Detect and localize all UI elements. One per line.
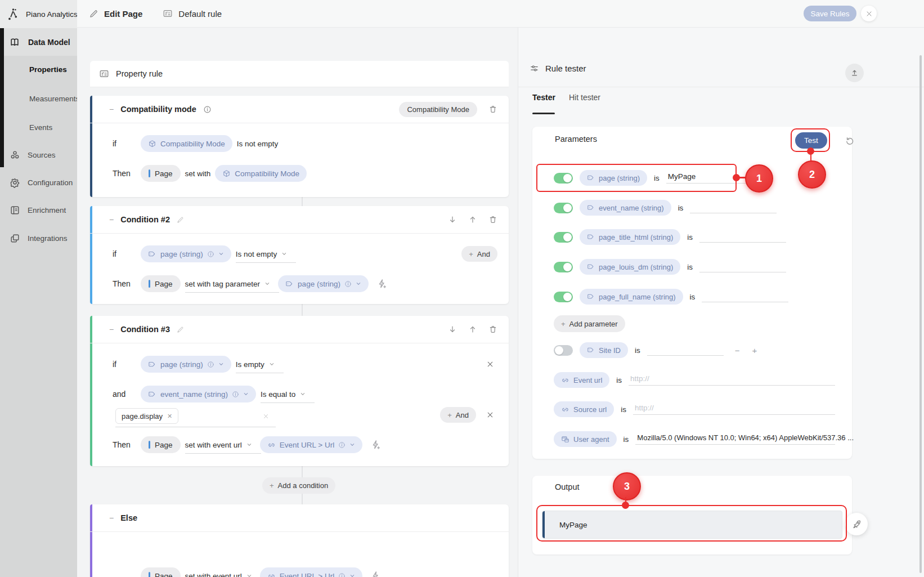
chevron-down-icon[interactable]: [349, 442, 355, 448]
add-and-button[interactable]: +And: [440, 407, 476, 423]
page-pill[interactable]: Page: [141, 275, 181, 292]
parameter-value-input[interactable]: MyPage: [666, 172, 753, 184]
info-icon[interactable]: [232, 391, 239, 398]
publish-button[interactable]: [845, 513, 868, 535]
chip-remove-icon[interactable]: ✕: [167, 413, 172, 420]
page-pill[interactable]: Page: [141, 165, 181, 182]
property-pill[interactable]: page (string): [141, 245, 231, 262]
operator-dropdown[interactable]: Is not empty: [236, 250, 291, 258]
collapse-icon[interactable]: −: [109, 513, 114, 522]
add-condition-button[interactable]: +Add a condition: [262, 477, 335, 494]
bolt-plus-icon[interactable]: [370, 570, 382, 577]
site-id-pill[interactable]: Site ID: [580, 342, 628, 358]
source-url-pill[interactable]: Source url: [554, 401, 614, 417]
property-pill[interactable]: Event URL > Url: [260, 436, 362, 453]
verb-dropdown[interactable]: set with tag parameter: [185, 280, 274, 288]
property-pill[interactable]: page_title_html (string): [580, 229, 680, 245]
clear-input-icon[interactable]: [263, 413, 269, 419]
event-url-input[interactable]: http://: [629, 374, 835, 386]
sidebar-item-integrations[interactable]: Integrations: [0, 229, 77, 248]
chip-input-underline[interactable]: [115, 427, 276, 427]
chevron-down-icon[interactable]: [349, 573, 355, 577]
save-rules-button[interactable]: Save Rules: [804, 6, 856, 21]
parameter-value-input[interactable]: [690, 202, 777, 213]
add-and-button[interactable]: +And: [461, 246, 497, 262]
info-icon[interactable]: [203, 105, 212, 114]
sidebar-item-data-model[interactable]: Data Model: [0, 28, 77, 56]
reset-icon[interactable]: [845, 136, 855, 146]
verb-dropdown[interactable]: set with event url: [185, 441, 255, 449]
site-id-input[interactable]: [647, 345, 724, 356]
toggle-on[interactable]: [554, 262, 573, 272]
arrow-up-icon[interactable]: [468, 215, 477, 224]
sidebar-item-enrichment[interactable]: Enrichment: [0, 200, 77, 220]
sidebar-item-sources[interactable]: Sources: [0, 145, 77, 164]
add-parameter-button[interactable]: +Add parameter: [554, 315, 625, 332]
tab-tester[interactable]: Tester: [532, 93, 555, 102]
toggle-on[interactable]: [554, 203, 573, 213]
export-button[interactable]: [845, 64, 864, 82]
bolt-plus-icon[interactable]: [370, 439, 382, 450]
close-button[interactable]: [861, 6, 877, 21]
trash-icon[interactable]: [488, 215, 497, 224]
toggle-on[interactable]: [554, 173, 573, 184]
page-pill[interactable]: Page: [141, 436, 181, 453]
property-pill[interactable]: Compatibility Mode: [215, 165, 307, 182]
page-pill[interactable]: Page: [141, 567, 181, 577]
arrow-up-icon[interactable]: [468, 325, 477, 334]
info-icon[interactable]: [207, 361, 214, 368]
test-button[interactable]: Test: [795, 132, 827, 149]
property-pill[interactable]: page (string): [278, 275, 369, 292]
property-pill[interactable]: event_name (string): [580, 200, 671, 216]
toggle-on[interactable]: [554, 292, 573, 302]
chevron-down-icon[interactable]: [356, 281, 361, 287]
chevron-down-icon[interactable]: [218, 251, 224, 257]
sidebar-item-properties[interactable]: Properties: [0, 60, 77, 79]
value-chip[interactable]: page.display ✕: [115, 408, 178, 424]
info-icon[interactable]: [338, 441, 346, 449]
increment-icon[interactable]: +: [752, 346, 757, 355]
chevron-down-icon[interactable]: [243, 391, 249, 397]
remove-condition-icon[interactable]: [486, 411, 494, 419]
property-pill[interactable]: event_name (string): [141, 386, 256, 402]
sidebar-item-configuration[interactable]: Configuration: [0, 173, 77, 192]
decrement-icon[interactable]: −: [735, 346, 740, 355]
sidebar-item-events[interactable]: Events: [0, 118, 77, 137]
tab-hit-tester[interactable]: Hit tester: [569, 93, 600, 102]
arrow-down-icon[interactable]: [448, 215, 457, 224]
property-pill[interactable]: Compatibility Mode: [141, 135, 232, 152]
pencil-icon[interactable]: [177, 216, 184, 223]
pencil-icon[interactable]: [177, 326, 184, 333]
property-pill[interactable]: page (string): [141, 356, 231, 373]
trash-icon[interactable]: [488, 325, 497, 334]
remove-condition-icon[interactable]: [486, 360, 494, 368]
operator-dropdown[interactable]: Is empty: [236, 360, 278, 369]
bolt-plus-icon[interactable]: [376, 278, 388, 289]
arrow-down-icon[interactable]: [448, 325, 457, 334]
parameter-value-input[interactable]: [699, 231, 786, 243]
scrollbar[interactable]: [919, 55, 922, 573]
chevron-down-icon[interactable]: [218, 361, 224, 367]
property-pill[interactable]: page_full_name (string): [580, 289, 683, 305]
operator-dropdown[interactable]: Is equal to: [261, 390, 309, 399]
property-pill[interactable]: Event URL > Url: [260, 567, 362, 577]
property-pill[interactable]: page_louis_dm (string): [580, 259, 680, 275]
info-icon[interactable]: [207, 251, 214, 258]
user-agent-input[interactable]: Mozilla/5.0 (Windows NT 10.0; Win64; x64…: [635, 433, 835, 445]
property-pill[interactable]: page (string): [580, 170, 647, 186]
parameter-value-input[interactable]: [702, 291, 788, 302]
collapse-icon[interactable]: −: [109, 325, 114, 334]
sidebar-item-measurements[interactable]: Measurements: [0, 89, 77, 108]
toggle-off[interactable]: [554, 345, 573, 356]
verb-dropdown[interactable]: set with event url: [185, 572, 255, 577]
user-agent-pill[interactable]: User agent: [554, 431, 617, 447]
collapse-icon[interactable]: −: [109, 215, 114, 224]
source-url-input[interactable]: http://: [633, 404, 835, 415]
info-icon[interactable]: [344, 280, 352, 288]
parameter-value-input[interactable]: [699, 261, 786, 272]
toggle-on[interactable]: [554, 232, 573, 243]
collapse-icon[interactable]: −: [109, 105, 114, 114]
event-url-pill[interactable]: Event url: [554, 372, 609, 388]
trash-icon[interactable]: [488, 105, 497, 114]
info-icon[interactable]: [338, 572, 346, 577]
